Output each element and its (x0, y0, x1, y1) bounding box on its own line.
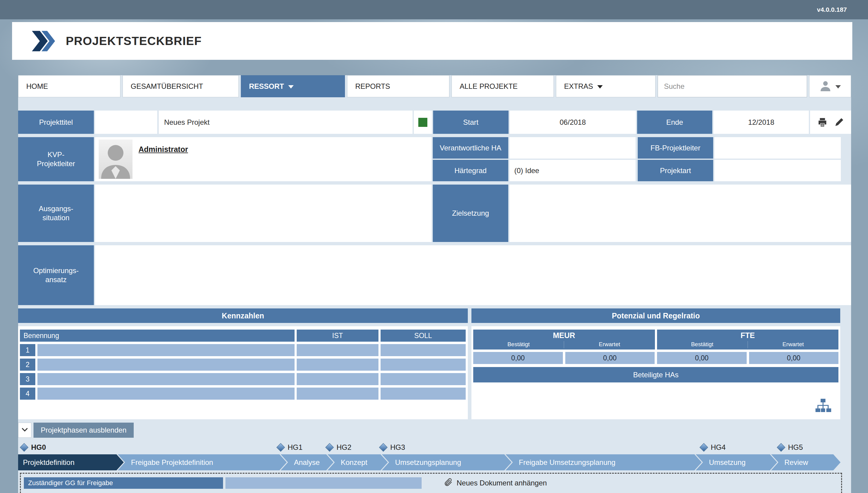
verantwortliche-ha-label: Verantwortliche HA (433, 137, 508, 158)
nav-tab-ressort[interactable]: RESSORT (241, 75, 345, 97)
phase-review[interactable]: Review (771, 454, 841, 470)
ende-label: Ende (637, 111, 713, 134)
potenzial-panel: MEUR Bestätigt Erwartet FTE Bestätigt Er… (472, 326, 840, 419)
verantwortliche-ha-value[interactable] (509, 137, 636, 158)
kennzahl-2-soll[interactable] (381, 359, 466, 371)
kennzahl-3-ist[interactable] (297, 373, 379, 385)
phase-konzept[interactable]: Konzept (327, 454, 388, 470)
fte-group: FTE Bestätigt Erwartet (657, 329, 839, 349)
row-number: 4 (20, 388, 35, 400)
kennzahl-4-benennung[interactable] (38, 388, 295, 400)
projektart-value[interactable] (714, 160, 841, 181)
kvp-projektleiter-label: KVP- Projektleiter (18, 137, 94, 181)
chevron-down-icon (288, 85, 294, 88)
attach-document-button[interactable]: Neues Dokument anhängen (443, 477, 547, 489)
kennzahl-3-soll[interactable] (381, 373, 466, 385)
milestone-hg1: HG1 (278, 442, 302, 453)
row-number: 1 (20, 344, 35, 356)
nav-tab-gesamtuebersicht[interactable]: GESAMTÜBERSICHT (122, 75, 239, 97)
kennzahlen-column: Kennzahlen Benennung IST SOLL 1 2 (18, 308, 468, 419)
avatar (99, 140, 133, 179)
zielsetzung-textarea[interactable] (509, 185, 851, 242)
haertegrad-value[interactable]: (0) Idee (509, 160, 636, 181)
kennzahl-1-soll[interactable] (381, 344, 466, 356)
paperclip-icon (443, 477, 453, 489)
ende-value[interactable]: 12/2018 (713, 111, 809, 134)
version-label: v4.0.0.187 (817, 6, 847, 13)
nav-tab-alle-projekte[interactable]: ALLE PROJEKTE (452, 75, 554, 97)
projektart-label: Projektart (638, 160, 713, 181)
collapse-button[interactable] (18, 423, 31, 438)
fte-bestaetigt-label: Bestätigt (657, 341, 748, 348)
kennzahl-1-benennung[interactable] (38, 344, 295, 356)
fb-projektleiter-label: FB-Projektleiter (638, 137, 713, 158)
projektleiter-link[interactable]: Administrator (139, 145, 188, 154)
meur-bestaetigt-label: Bestätigt (473, 341, 564, 348)
kennzahl-4-ist[interactable] (297, 388, 379, 400)
milestone-hg4: HG4 (701, 442, 726, 453)
projekttitel-label: Projekttitel (18, 111, 94, 134)
attach-document-label: Neues Dokument anhängen (457, 479, 547, 487)
meur-group: MEUR Bestätigt Erwartet (473, 329, 655, 349)
org-chart-icon[interactable] (814, 398, 832, 416)
nav-tab-home[interactable]: HOME (18, 75, 120, 97)
milestone-label: HG3 (390, 443, 405, 452)
start-value[interactable]: 06/2018 (510, 111, 636, 134)
projekttitel-input[interactable]: Neues Projekt (158, 111, 413, 134)
phase-projektdefinition[interactable]: Projektdefinition (18, 454, 124, 470)
milestone-diamond-icon (325, 443, 334, 452)
ausgangssituation-textarea[interactable] (95, 185, 432, 242)
fb-projektleiter-value[interactable] (714, 137, 841, 158)
nav-tab-extras[interactable]: EXTRAS (556, 75, 656, 97)
user-menu[interactable] (809, 75, 851, 97)
print-icon[interactable] (817, 117, 827, 127)
phase-freigabe-projektdefinition[interactable]: Freigabe Projektdefinition (118, 454, 287, 470)
phase-toggle-row: Projektphasen ausblenden (18, 423, 851, 438)
search-input[interactable] (658, 75, 807, 97)
kennzahl-1-ist[interactable] (297, 344, 379, 356)
nav-tab-ressort-label: RESSORT (249, 82, 284, 91)
chevron-down-icon (597, 85, 603, 88)
user-avatar-icon (820, 80, 831, 93)
optimierungsansatz-label: Optimierungs- ansatz (18, 245, 94, 305)
status-indicator[interactable] (418, 118, 427, 127)
milestone-label: HG5 (788, 443, 803, 452)
phase-analyse[interactable]: Analyse (281, 454, 334, 470)
gg-freigabe-input[interactable] (225, 477, 421, 489)
milestone-label: HG1 (288, 443, 302, 452)
col-soll: SOLL (381, 329, 466, 342)
phase-umsetzung[interactable]: Umsetzung (696, 454, 777, 470)
phase-freigabe-umsetzungsplanung[interactable]: Freigabe Umsetzungsplanung (505, 454, 702, 470)
beteiligte-has-header: Beteiligte HAs (473, 367, 839, 382)
form-row-projekttitel: Projekttitel Neues Projekt Start 06/2018… (18, 111, 851, 134)
phase-umsetzungsplanung[interactable]: Umsetzungsplanung (382, 454, 511, 470)
milestone-hg0: HG0 (21, 442, 46, 453)
milestone-label: HG2 (337, 443, 351, 452)
milestone-hg2: HG2 (326, 442, 351, 453)
kennzahlen-header: Kennzahlen (18, 308, 468, 323)
kennzahl-4-soll[interactable] (381, 388, 466, 400)
meur-erwartet-value[interactable]: 0,00 (565, 352, 655, 364)
milestone-label: HG4 (711, 443, 726, 452)
fte-erwartet-label: Erwartet (748, 341, 839, 348)
optimierungsansatz-textarea[interactable] (95, 245, 851, 305)
pencil-icon[interactable] (834, 117, 844, 127)
potenzial-header: Potenzial und Regelratio (472, 308, 840, 323)
projektphasen-toggle-button[interactable]: Projektphasen ausblenden (33, 423, 134, 438)
chevron-down-icon (836, 85, 841, 88)
start-label: Start (433, 111, 508, 134)
meur-erwartet-label: Erwartet (564, 341, 655, 348)
ausgangssituation-label: Ausgangs- situation (18, 185, 94, 242)
potenzial-group-headers: MEUR Bestätigt Erwartet FTE Bestätigt Er… (473, 329, 839, 349)
kennzahl-2-benennung[interactable] (38, 359, 295, 371)
meur-bestaetigt-value[interactable]: 0,00 (473, 352, 563, 364)
status-indicator-cell (414, 111, 432, 134)
milestone-label: HG0 (31, 443, 46, 452)
kennzahl-3-benennung[interactable] (38, 373, 295, 385)
freigabe-row: Zuständiger GG für Freigabe Neues Dokume… (24, 477, 838, 489)
fte-bestaetigt-value[interactable]: 0,00 (657, 352, 747, 364)
nav-tab-reports[interactable]: REPORTS (347, 75, 450, 97)
col-benennung: Benennung (20, 329, 295, 342)
fte-erwartet-value[interactable]: 0,00 (749, 352, 839, 364)
kennzahl-2-ist[interactable] (297, 359, 379, 371)
